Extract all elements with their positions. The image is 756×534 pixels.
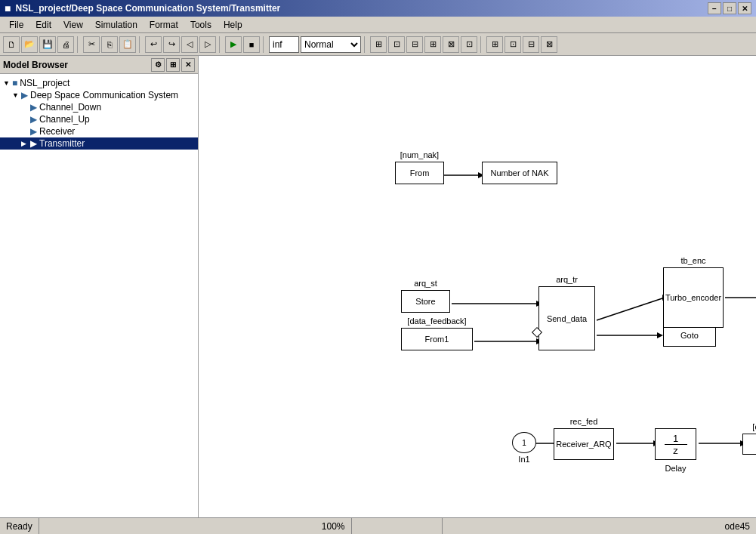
menu-view[interactable]: View	[57, 18, 89, 32]
sep4	[263, 36, 266, 53]
close-button[interactable]: ✕	[738, 2, 751, 14]
receiver-arq-block[interactable]: rec_fed Receiver_ARQ	[554, 428, 614, 460]
in1-ellipse[interactable]: 1	[512, 432, 536, 453]
titlebar: ■ NSL_project/Deep Space Communication S…	[0, 0, 756, 17]
save-button[interactable]: 💾	[39, 36, 56, 53]
menu-format[interactable]: Format	[143, 18, 184, 32]
tree-item-receiver[interactable]: ▶ Receiver	[0, 125, 198, 137]
tb-btn-15[interactable]: ⊠	[541, 36, 557, 53]
sidebar-close[interactable]: ✕	[181, 58, 195, 72]
menu-help[interactable]: Help	[218, 18, 248, 32]
tb-btn-10[interactable]: ⊠	[443, 36, 459, 53]
zoom-label: 100%	[322, 521, 345, 532]
goto-label: Goto	[680, 331, 699, 340]
from1-label: From1	[425, 335, 449, 344]
tree-icon-chup: ▶	[30, 114, 37, 125]
from-block[interactable]: [num_nak] From	[395, 162, 444, 184]
sidebar-btn-2[interactable]: ⊞	[166, 58, 180, 72]
sidebar-controls: ⚙ ⊞ ✕	[151, 58, 195, 72]
tree-label-receiver: Receiver	[39, 126, 75, 137]
sidebar-btn-1[interactable]: ⚙	[151, 58, 165, 72]
redo-button[interactable]: ↪	[163, 36, 180, 53]
tree-label-chup: Channel_Up	[39, 114, 90, 125]
tree-item-transmitter[interactable]: ▶ ▶ Transmitter	[0, 137, 198, 150]
send-data-block[interactable]: arq_tr Send_data	[538, 286, 595, 350]
print-button[interactable]: 🖨	[57, 36, 74, 53]
sim-mode-select[interactable]: Normal Accelerator Rapid Accelerator	[301, 36, 361, 53]
sep6	[480, 36, 483, 53]
solver-label: ode45	[725, 521, 750, 532]
window-controls: − □ ✕	[708, 2, 751, 14]
turbo-enc-sublabel: tb_enc	[664, 256, 723, 265]
tree-arrow-nsl: ▼	[3, 79, 12, 87]
status-text: Ready	[0, 518, 39, 534]
from-block-label: From	[410, 168, 430, 177]
model-tree: ▼ ■ NSL_project ▼ ▶ Deep Space Communica…	[0, 74, 198, 517]
tb-btn-11[interactable]: ⊡	[461, 36, 477, 53]
num-nak-block[interactable]: Number of NAK	[482, 162, 557, 184]
copy-button[interactable]: ⎘	[101, 36, 118, 53]
menu-edit[interactable]: Edit	[29, 18, 57, 32]
tree-item-chup[interactable]: ▶ Channel_Up	[0, 113, 198, 125]
from1-sublabel: [data_feedback]	[402, 316, 472, 326]
turbo-enc-block[interactable]: tb_enc Turbo_encoder	[663, 267, 724, 328]
tree-label-dscs: Deep Space Communication System	[30, 90, 178, 100]
tb-btn-6[interactable]: ⊞	[370, 36, 387, 53]
goto1-block[interactable]: [data_feedback] Goto1	[742, 434, 756, 455]
simulink-canvas[interactable]: [num_nak] From Number of NAK arq_st Stor…	[199, 56, 756, 517]
menu-simulation[interactable]: Simulation	[89, 18, 143, 32]
paste-button[interactable]: 📋	[119, 36, 136, 53]
svg-line-6	[597, 298, 665, 320]
tree-icon-dscs: ▶	[21, 90, 28, 100]
sep1	[77, 36, 80, 53]
tree-item-nsl[interactable]: ▼ ■ NSL_project	[0, 77, 198, 89]
store-sublabel: arq_st	[402, 279, 449, 288]
menubar: File Edit View Simulation Format Tools H…	[0, 17, 756, 33]
title-icon: ■	[5, 2, 11, 14]
tree-icon-chdown: ▶	[30, 102, 37, 113]
tb-btn-13[interactable]: ⊡	[505, 36, 521, 53]
store-label: Store	[415, 297, 435, 306]
tb-btn-14[interactable]: ⊟	[523, 36, 539, 53]
statusbar: Ready 100% ode45	[0, 517, 756, 534]
status-solver: ode45	[719, 518, 756, 534]
tree-label-nsl: NSL_project	[20, 78, 69, 88]
tree-item-chdown[interactable]: ▶ Channel_Down	[0, 101, 198, 113]
tb-btn-7[interactable]: ⊡	[388, 36, 405, 53]
cut-button[interactable]: ✂	[83, 36, 100, 53]
sim-time-input[interactable]	[269, 36, 299, 53]
maximize-button[interactable]: □	[723, 2, 736, 14]
model-browser: Model Browser ⚙ ⊞ ✕ ▼ ■ NSL_project ▼ ▶ …	[0, 56, 199, 517]
open-button[interactable]: 📂	[21, 36, 38, 53]
status-label: Ready	[6, 521, 32, 532]
tb-btn-8[interactable]: ⊟	[406, 36, 423, 53]
tree-icon-nsl: ■	[12, 78, 17, 88]
store-block[interactable]: arq_st Store	[401, 290, 450, 313]
nav-forward[interactable]: ▷	[199, 36, 216, 53]
goto1-sublabel: [data_feedback]	[743, 422, 756, 431]
tree-label-transmitter: Transmitter	[39, 138, 85, 149]
delay-sublabel: Delay	[656, 464, 696, 473]
send-data-label: Send_data	[547, 314, 587, 323]
nav-back[interactable]: ◁	[181, 36, 198, 53]
window-title: NSL_project/Deep Space Communication Sys…	[15, 3, 708, 14]
stop-button[interactable]: ■	[243, 36, 260, 53]
status-blank	[352, 518, 443, 534]
minimize-button[interactable]: −	[708, 2, 721, 14]
tb-btn-9[interactable]: ⊞	[424, 36, 441, 53]
play-button[interactable]: ▶	[225, 36, 242, 53]
toolbar: 🗋 📂 💾 🖨 ✂ ⎘ 📋 ↩ ↪ ◁ ▷ ▶ ■ Normal Acceler…	[0, 33, 756, 56]
from1-block[interactable]: [data_feedback] From1	[401, 328, 473, 350]
undo-button[interactable]: ↩	[145, 36, 162, 53]
num-nak-label: Number of NAK	[490, 168, 548, 177]
turbo-enc-label: Turbo_encoder	[665, 293, 721, 302]
tb-btn-12[interactable]: ⊞	[486, 36, 503, 53]
in1-inner: 1	[522, 439, 526, 447]
delay-label-top: 1	[673, 433, 678, 444]
new-button[interactable]: 🗋	[3, 36, 20, 53]
tree-item-dscs[interactable]: ▼ ▶ Deep Space Communication System	[0, 89, 198, 101]
menu-file[interactable]: File	[3, 18, 29, 32]
status-zoom: 100%	[316, 518, 352, 534]
menu-tools[interactable]: Tools	[184, 18, 218, 32]
delay-block[interactable]: 1 z Delay	[655, 428, 696, 460]
